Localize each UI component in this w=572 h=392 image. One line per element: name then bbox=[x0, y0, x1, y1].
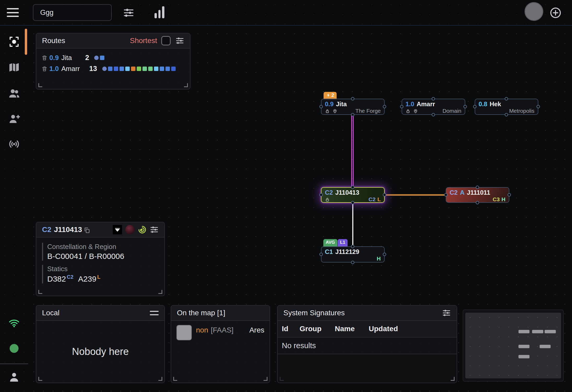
route-jump-count: 2 bbox=[72, 54, 89, 62]
copy-icon[interactable] bbox=[84, 225, 90, 234]
constellation-value: B-C00041 / B-R00006 bbox=[47, 252, 159, 261]
sig-col-updated[interactable]: Updated bbox=[369, 325, 452, 333]
system-name: Amarr bbox=[416, 100, 435, 108]
route-security: 0.9 bbox=[49, 54, 61, 62]
map-select[interactable]: Ggg bbox=[33, 4, 112, 21]
route-destination: Amarr bbox=[61, 65, 80, 73]
routes-panel: Routes Shortest 0.9Jita21.0Amarr13 bbox=[36, 33, 190, 90]
static-class: C3 bbox=[493, 196, 500, 203]
minimap-node bbox=[519, 345, 529, 348]
connector-dot bbox=[383, 253, 386, 256]
system-signatures-panel: System Signatures Id Group Name Updated … bbox=[277, 305, 457, 383]
pilot-corp-ticker: [FAAS] bbox=[211, 326, 234, 334]
routes-settings-icon[interactable] bbox=[175, 36, 184, 45]
shortest-checkbox[interactable] bbox=[161, 36, 171, 45]
map-edge-j110413-j111011[interactable] bbox=[385, 194, 446, 196]
sidebar-item-characters[interactable] bbox=[0, 85, 28, 102]
route-row[interactable]: 1.0Amarr13 bbox=[36, 63, 190, 74]
connector-dot bbox=[319, 193, 323, 197]
minimap-node bbox=[519, 330, 529, 333]
map-filters-icon[interactable] bbox=[122, 6, 136, 20]
app-root: { "topbar": { "map_name": "Ggg" }, "rout… bbox=[0, 0, 572, 392]
pin-icon bbox=[332, 109, 337, 114]
scan-target-icon[interactable] bbox=[138, 225, 147, 234]
delete-route-icon[interactable] bbox=[41, 55, 49, 61]
route-destination: Jita bbox=[61, 54, 72, 62]
connector-dot bbox=[537, 105, 540, 108]
add-icon[interactable] bbox=[549, 6, 563, 20]
map-node-amarr[interactable]: 1.0Amarr Domain bbox=[402, 99, 465, 115]
sig-col-id[interactable]: Id bbox=[282, 325, 300, 333]
signatures-title: System Signatures bbox=[283, 309, 345, 317]
route-jump-pips bbox=[102, 67, 176, 71]
sidebar-item-tracking[interactable] bbox=[0, 33, 28, 50]
system-name: Jita bbox=[336, 100, 347, 108]
connector-dot bbox=[400, 105, 403, 108]
connector-dot bbox=[505, 97, 508, 100]
route-mode-label: Shortest bbox=[130, 37, 157, 45]
map-node-j111011[interactable]: C2AJ111011 C3H bbox=[446, 187, 509, 203]
map-node-jita[interactable]: 0.9Jita The Forge bbox=[321, 99, 385, 115]
node-tag: A bbox=[460, 189, 464, 196]
sig-col-group[interactable]: Group bbox=[300, 325, 335, 333]
local-panel: Local Nobody here bbox=[36, 305, 165, 383]
security-status: 1.0 bbox=[406, 100, 414, 108]
signatures-settings-icon[interactable] bbox=[442, 308, 451, 317]
info-settings-icon[interactable] bbox=[150, 225, 159, 234]
wh-class: C1 bbox=[325, 248, 333, 256]
online-status-dot bbox=[10, 344, 19, 353]
map-edge-jita-j110413[interactable] bbox=[351, 115, 354, 187]
system-thumbnail[interactable] bbox=[125, 225, 135, 234]
wh-class: C2 bbox=[325, 189, 333, 196]
sidebar-item-add-character[interactable] bbox=[0, 111, 28, 127]
connector-dot bbox=[351, 113, 354, 116]
connector-dot bbox=[351, 186, 354, 189]
connector-dot bbox=[351, 245, 354, 248]
minimap-node bbox=[545, 330, 556, 333]
connector-dot bbox=[432, 97, 435, 100]
connector-dot bbox=[476, 186, 479, 189]
pilot-name: non bbox=[196, 326, 208, 334]
map-node-j112129[interactable]: C1J112129 H bbox=[321, 246, 385, 263]
statics-label: Statics bbox=[47, 265, 159, 273]
user-avatar[interactable] bbox=[525, 2, 543, 21]
minimap-node bbox=[519, 355, 529, 358]
connector-dot bbox=[383, 105, 386, 108]
wh-effect-icon[interactable] bbox=[113, 225, 122, 234]
activity-chart-icon[interactable] bbox=[152, 6, 166, 20]
sidebar bbox=[0, 26, 28, 392]
minimap[interactable] bbox=[463, 310, 564, 382]
system-info-panel: C2J110413 Constellation & Region B-C0004… bbox=[36, 222, 165, 296]
sig-col-name[interactable]: Name bbox=[335, 325, 369, 333]
connector-dot bbox=[351, 201, 354, 204]
pilot-row[interactable]: non [FAAS] Ares bbox=[171, 321, 270, 345]
sidebar-item-broadcast[interactable] bbox=[0, 136, 28, 152]
constellation-label: Constellation & Region bbox=[47, 243, 159, 251]
route-row[interactable]: 0.9Jita2 bbox=[36, 52, 190, 63]
static-class: C2 bbox=[368, 196, 376, 203]
pilot-ship: Ares bbox=[249, 325, 264, 334]
sidebar-divider bbox=[0, 364, 28, 364]
connector-dot bbox=[383, 193, 386, 197]
connector-dot bbox=[476, 201, 479, 204]
security-status: 0.9 bbox=[325, 100, 333, 108]
wh-class: C2 bbox=[450, 189, 458, 196]
map-node-hek[interactable]: 0.8Hek Metropolis bbox=[475, 99, 538, 115]
region-name: Metropolis bbox=[509, 108, 534, 114]
menu-icon[interactable] bbox=[7, 7, 19, 18]
pin-icon bbox=[413, 109, 418, 114]
map-edge-j110413-j112129[interactable] bbox=[352, 203, 353, 247]
delete-route-icon[interactable] bbox=[41, 66, 49, 72]
system-name: J112129 bbox=[335, 248, 359, 256]
sidebar-item-maps[interactable] bbox=[0, 59, 28, 76]
minimap-node bbox=[540, 345, 551, 348]
system-name: J110413 bbox=[335, 189, 359, 196]
minimap-node bbox=[532, 330, 543, 333]
map-node-j110413[interactable]: C2J110413 C2L bbox=[321, 187, 385, 203]
local-menu-icon[interactable] bbox=[150, 311, 159, 315]
static-sec: H bbox=[502, 196, 505, 203]
on-the-map-panel: On the map [1] non [FAAS] Ares bbox=[171, 305, 270, 383]
sidebar-item-profile[interactable] bbox=[0, 369, 28, 385]
system-name: J111011 bbox=[467, 189, 490, 196]
connector-dot bbox=[319, 105, 323, 108]
